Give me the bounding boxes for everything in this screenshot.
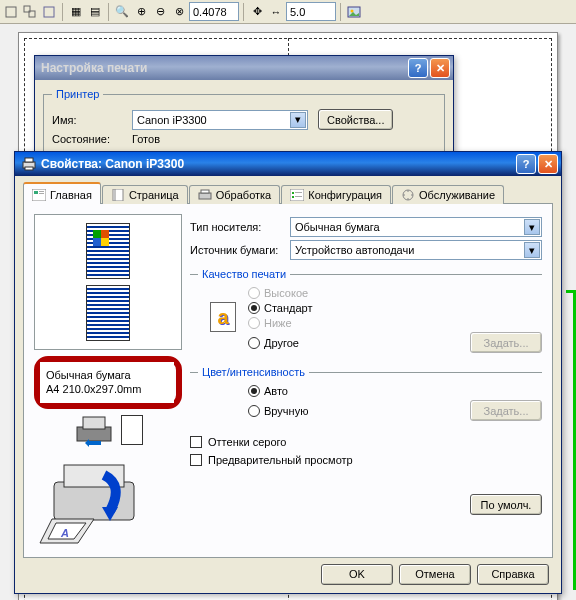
grayscale-checkbox[interactable] (190, 436, 202, 448)
chevron-down-icon[interactable]: ▾ (524, 219, 540, 235)
svg-rect-10 (34, 191, 38, 194)
tab-main-panel: Обычная бумага A4 210.0x297.0mm A (23, 204, 553, 558)
settings-column: Тип носителя: Обычная бумага▾ Источник б… (190, 214, 542, 547)
svg-rect-0 (6, 7, 16, 17)
zoom-in-icon[interactable]: ⊕ (132, 3, 150, 21)
name-label: Имя: (52, 114, 132, 126)
quality-low-radio (248, 317, 260, 329)
quality-legend: Качество печати (198, 268, 290, 280)
tab-config-icon (290, 189, 304, 201)
feed-preview (34, 413, 182, 447)
svg-rect-8 (25, 167, 33, 170)
color-auto-radio[interactable] (248, 385, 260, 397)
tool-icon[interactable] (21, 3, 39, 21)
color-group: Цвет/интенсивность Авто Вручную Задать..… (190, 366, 542, 428)
svg-rect-18 (292, 192, 294, 194)
help-button[interactable]: ? (516, 154, 536, 174)
color-legend: Цвет/интенсивность (198, 366, 309, 378)
svg-rect-9 (32, 189, 46, 201)
svg-rect-21 (295, 196, 302, 197)
chevron-down-icon[interactable]: ▾ (290, 112, 306, 128)
tab-main[interactable]: Главная (23, 182, 101, 204)
tab-proc-icon (198, 189, 212, 201)
printer-small-icon (73, 413, 115, 447)
tab-page-icon (111, 189, 125, 201)
tab-main-icon (32, 189, 46, 201)
svg-rect-16 (201, 190, 209, 193)
close-button[interactable]: ✕ (538, 154, 558, 174)
printer-name-combo[interactable]: Canon iP3300 ▾ (132, 110, 308, 130)
printer-icon (21, 156, 37, 172)
dialog-title: Свойства: Canon iP3300 (41, 157, 514, 171)
quality-other-radio[interactable] (248, 337, 260, 349)
tab-service[interactable]: Обслуживание (392, 185, 504, 204)
chevron-down-icon[interactable]: ▾ (524, 242, 540, 258)
printer-group: Принтер Имя: Canon iP3300 ▾ Свойства... … (43, 88, 445, 157)
svg-rect-24 (83, 417, 105, 429)
image-icon[interactable] (345, 3, 363, 21)
svg-rect-15 (199, 193, 211, 199)
paper-preview-top (86, 223, 130, 279)
svg-rect-12 (39, 193, 44, 194)
printer-legend: Принтер (52, 88, 103, 100)
svg-rect-19 (292, 196, 294, 198)
quality-set-button: Задать... (470, 332, 542, 353)
tool-icon[interactable] (40, 3, 58, 21)
svg-rect-26 (54, 482, 134, 520)
svg-rect-17 (290, 189, 304, 201)
media-type-label: Тип носителя: (190, 221, 290, 233)
quality-group: Качество печати a Высокое Стандарт Ниже … (190, 268, 542, 360)
help-button[interactable]: ? (408, 58, 428, 78)
paper-info-box: Обычная бумага A4 210.0x297.0mm (40, 362, 174, 403)
tool-icon[interactable]: ▦ (67, 3, 85, 21)
quality-std-radio[interactable] (248, 302, 260, 314)
preview-checkbox[interactable] (190, 454, 202, 466)
tool-icon[interactable] (2, 3, 20, 21)
printer-illustration: A (34, 457, 154, 547)
status-value: Готов (132, 133, 160, 145)
svg-text:A: A (60, 527, 69, 539)
svg-rect-20 (295, 192, 302, 193)
quality-high-radio (248, 287, 260, 299)
zoom-all-icon[interactable]: ⊗ (170, 3, 188, 21)
zoom-out-icon[interactable]: ⊖ (151, 3, 169, 21)
dialog-titlebar[interactable]: Настройка печати ? ✕ (35, 56, 453, 80)
color-manual-radio[interactable] (248, 405, 260, 417)
app-toolbar: ▦ ▤ 🔍 ⊕ ⊖ ⊗ ✥ ↔ (0, 0, 576, 24)
svg-rect-11 (39, 191, 44, 192)
svg-rect-3 (44, 7, 54, 17)
zoom-fit-icon[interactable]: 🔍 (113, 3, 131, 21)
dimension-icon[interactable]: ↔ (267, 3, 285, 21)
move-icon[interactable]: ✥ (248, 3, 266, 21)
svg-rect-7 (25, 158, 33, 162)
tab-service-icon (401, 189, 415, 201)
preview-column: Обычная бумага A4 210.0x297.0mm A (34, 214, 182, 547)
dialog-actions: OK Отмена Справка (23, 558, 553, 589)
paper-preview-bottom (86, 285, 130, 341)
tab-page[interactable]: Страница (102, 185, 188, 204)
ok-button[interactable]: OK (321, 564, 393, 585)
defaults-button[interactable]: По умолч. (470, 494, 542, 515)
dialog-titlebar[interactable]: Свойства: Canon iP3300 ? ✕ (15, 152, 561, 176)
status-label: Состояние: (52, 133, 132, 145)
printer-properties-dialog: Свойства: Canon iP3300 ? ✕ Главная Стран… (14, 151, 562, 594)
help-button[interactable]: Справка (477, 564, 549, 585)
paper-source-combo[interactable]: Устройство автоподачи▾ (290, 240, 542, 260)
cancel-button[interactable]: Отмена (399, 564, 471, 585)
close-button[interactable]: ✕ (430, 58, 450, 78)
tab-strip: Главная Страница Обработка Конфигурация … (23, 182, 553, 204)
tab-config[interactable]: Конфигурация (281, 185, 391, 204)
tool-icon[interactable]: ▤ (86, 3, 104, 21)
properties-button[interactable]: Свойства... (318, 109, 393, 130)
quality-icon: a (210, 302, 236, 332)
paper-source-label: Источник бумаги: (190, 244, 290, 256)
media-type-combo[interactable]: Обычная бумага▾ (290, 217, 542, 237)
color-set-button: Задать... (470, 400, 542, 421)
svg-rect-14 (115, 189, 123, 201)
highlight-annotation: Обычная бумага A4 210.0x297.0mm (34, 356, 182, 409)
tab-processing[interactable]: Обработка (189, 185, 280, 204)
size-input[interactable] (286, 2, 336, 21)
dialog-title: Настройка печати (41, 61, 406, 75)
zoom-input[interactable] (189, 2, 239, 21)
